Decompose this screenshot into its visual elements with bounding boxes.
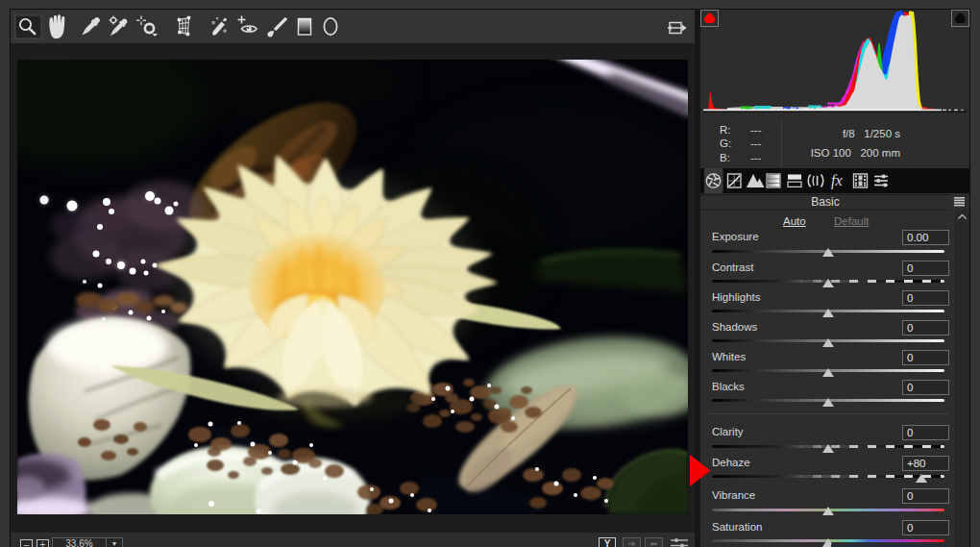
svg-text:fx: fx [831, 172, 843, 189]
